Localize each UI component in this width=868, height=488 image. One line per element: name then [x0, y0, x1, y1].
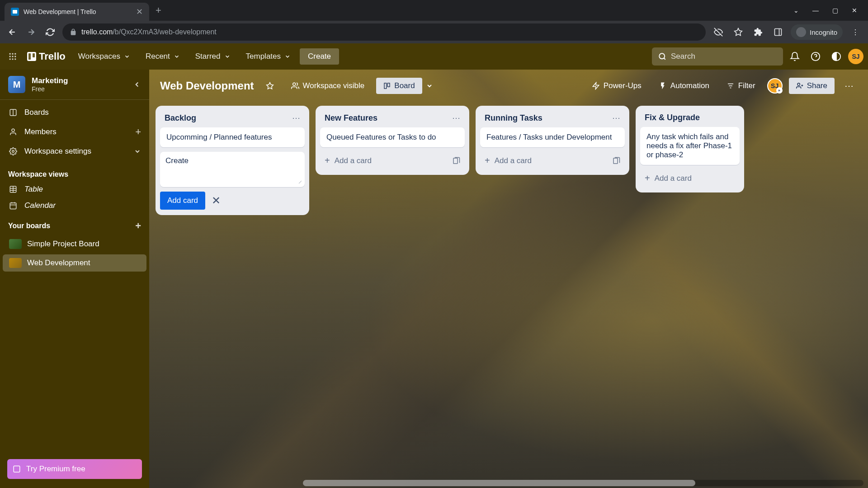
browser-tab[interactable]: Web Development | Trello ✕: [5, 3, 149, 21]
list-running-tasks: Running Tasks ⋯ Features / Tasks under D…: [476, 106, 629, 175]
plus-icon: +: [485, 155, 490, 166]
add-card-link[interactable]: + Add a card: [320, 152, 465, 169]
board-menu-button[interactable]: ⋯: [841, 77, 857, 95]
starred-dropdown[interactable]: Starred: [189, 48, 237, 65]
add-member-icon[interactable]: +: [135, 126, 141, 138]
create-button[interactable]: Create: [300, 48, 339, 65]
sidebar-view-table[interactable]: Table: [0, 181, 149, 197]
forward-button[interactable]: [24, 28, 38, 37]
close-window-button[interactable]: ✕: [852, 7, 857, 14]
automation-button[interactable]: Automation: [653, 78, 715, 94]
svg-rect-41: [613, 158, 618, 164]
svg-point-4: [12, 53, 13, 55]
browser-menu-icon[interactable]: ⋮: [848, 28, 863, 37]
incognito-badge[interactable]: Incognito: [791, 24, 843, 40]
add-card-button[interactable]: Add card: [160, 192, 205, 210]
card[interactable]: Queued Features or Tasks to do: [320, 127, 465, 147]
gear-icon: [8, 147, 18, 155]
workspace-plan: Free: [32, 85, 127, 93]
reload-button[interactable]: [43, 28, 57, 37]
templates-dropdown[interactable]: Templates: [240, 48, 297, 65]
try-premium-button[interactable]: Try Premium free: [7, 459, 142, 479]
lock-icon: [70, 28, 77, 36]
powerups-button[interactable]: Power-Ups: [586, 78, 647, 94]
svg-point-37: [797, 83, 800, 85]
view-dropdown-button[interactable]: [422, 79, 437, 93]
list-title[interactable]: Fix & Upgrade: [645, 113, 735, 122]
search-icon: [658, 52, 666, 61]
boards-icon: [8, 108, 18, 117]
cancel-composer-button[interactable]: ✕: [210, 192, 222, 209]
add-board-icon[interactable]: +: [135, 220, 141, 232]
list-title[interactable]: New Features: [325, 113, 452, 123]
sidebar-item-members[interactable]: Members +: [0, 122, 149, 142]
template-icon[interactable]: [612, 157, 620, 165]
close-tab-icon[interactable]: ✕: [136, 7, 143, 17]
svg-marker-33: [593, 83, 599, 89]
chevron-down-icon[interactable]: ⌄: [793, 7, 799, 14]
panel-icon[interactable]: [771, 28, 785, 37]
workspace-icon: M: [8, 76, 25, 93]
add-card-link[interactable]: + Add a card: [480, 152, 625, 169]
sidebar-item-label: Table: [24, 185, 43, 194]
members-icon: [8, 128, 18, 136]
sidebar-item-settings[interactable]: Workspace settings: [0, 142, 149, 160]
add-card-label: Add a card: [495, 156, 532, 165]
apps-grid-icon[interactable]: [5, 48, 21, 65]
chevron-down-icon[interactable]: [134, 148, 141, 155]
board-member-avatar[interactable]: SJ»: [767, 78, 783, 94]
board-thumb: [9, 239, 22, 249]
visibility-button[interactable]: Workspace visible: [286, 78, 370, 94]
trello-logo[interactable]: Trello: [24, 51, 69, 62]
list-backlog: Backlog ⋯ Upcomming / Planned features C…: [156, 106, 309, 215]
collapse-sidebar-button[interactable]: [133, 80, 141, 89]
maximize-button[interactable]: ▢: [832, 7, 838, 14]
list-title[interactable]: Running Tasks: [485, 113, 612, 123]
workspace-name: Marketing: [32, 76, 127, 85]
star-board-button[interactable]: [260, 78, 279, 94]
card[interactable]: Any task which fails and needs a fix aft…: [640, 127, 740, 165]
card-composer[interactable]: Create ⟋: [160, 152, 305, 187]
sidebar-view-calendar[interactable]: Calendar: [0, 197, 149, 214]
list-title[interactable]: Backlog: [165, 113, 292, 123]
new-tab-button[interactable]: +: [156, 5, 161, 16]
search-input[interactable]: Search: [652, 47, 783, 66]
minimize-button[interactable]: —: [812, 7, 819, 14]
horizontal-scrollbar[interactable]: [303, 480, 863, 486]
notifications-icon[interactable]: [786, 48, 804, 65]
logo-text: Trello: [39, 51, 66, 62]
board-view-button[interactable]: Board: [376, 78, 422, 94]
incognito-label: Incognito: [810, 28, 837, 36]
card[interactable]: Features / Tasks under Development: [480, 127, 625, 147]
workspaces-dropdown[interactable]: Workspaces: [72, 48, 137, 65]
card-composer-input[interactable]: Create: [165, 156, 299, 174]
recent-dropdown[interactable]: Recent: [139, 48, 186, 65]
list-new-features: New Features ⋯ Queued Features or Tasks …: [316, 106, 469, 175]
svg-point-19: [12, 150, 14, 153]
board-item-simple[interactable]: Simple Project Board: [3, 235, 146, 253]
star-icon[interactable]: [731, 28, 745, 37]
scrollbar-thumb[interactable]: [303, 480, 695, 486]
board-title[interactable]: Web Development: [160, 80, 254, 92]
resize-handle-icon[interactable]: ⟋: [297, 179, 303, 185]
list-menu-icon[interactable]: ⋯: [452, 113, 460, 123]
theme-icon[interactable]: [827, 48, 845, 65]
card[interactable]: Upcomming / Planned features: [160, 127, 305, 147]
back-button[interactable]: [5, 28, 19, 37]
extensions-icon[interactable]: [751, 28, 765, 37]
board-item-webdev[interactable]: Web Development: [3, 254, 146, 272]
url-text: trello.com/b/Qxc2XmA3/web-development: [81, 28, 217, 36]
add-card-link[interactable]: + Add a card: [640, 169, 740, 187]
user-avatar[interactable]: SJ: [848, 49, 863, 64]
list-menu-icon[interactable]: ⋯: [292, 113, 300, 123]
template-icon[interactable]: [452, 157, 460, 165]
list-menu-icon[interactable]: ⋯: [612, 113, 620, 123]
filter-button[interactable]: Filter: [721, 78, 761, 94]
plus-icon: +: [645, 173, 650, 183]
share-button[interactable]: Share: [789, 78, 835, 94]
eye-off-icon[interactable]: [711, 28, 726, 37]
url-field[interactable]: trello.com/b/Qxc2XmA3/web-development: [62, 23, 706, 41]
sidebar-item-boards[interactable]: Boards: [0, 103, 149, 122]
tab-title: Web Development | Trello: [24, 8, 132, 15]
help-icon[interactable]: [807, 48, 825, 65]
